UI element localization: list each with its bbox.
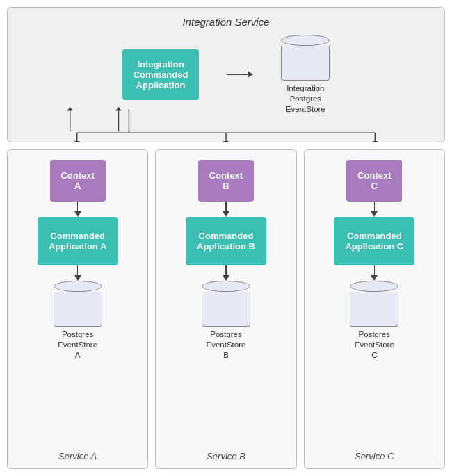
context-c-box: ContextC bbox=[346, 160, 402, 202]
cyl-top-c bbox=[350, 281, 398, 292]
arrow-line-b1 bbox=[225, 202, 227, 211]
svg-marker-3 bbox=[74, 141, 80, 142]
db-a: PostgresEventStoreA bbox=[54, 281, 102, 361]
service-b-box: ContextB CommandedApplication B Postgres… bbox=[155, 149, 296, 469]
arrow-down-c1 bbox=[371, 202, 378, 217]
db-c: PostgresEventStoreC bbox=[350, 281, 398, 361]
service-c-label: Service C bbox=[355, 445, 394, 461]
arrow-down-b1 bbox=[223, 202, 229, 217]
cyl-top-b bbox=[202, 281, 250, 292]
arrow-head-a2 bbox=[74, 275, 81, 281]
commanded-app-c: CommandedApplication C bbox=[334, 217, 414, 265]
service-b-inner: ContextB CommandedApplication B Postgres… bbox=[163, 160, 289, 361]
integration-db: IntegrationPostgresEventStore bbox=[281, 35, 330, 115]
db-b: PostgresEventStoreB bbox=[202, 281, 250, 361]
arrow-down-a1 bbox=[74, 202, 81, 217]
db-c-label: PostgresEventStoreC bbox=[355, 329, 394, 361]
integration-db-label: IntegrationPostgresEventStore bbox=[286, 83, 325, 115]
arrow-head-b1 bbox=[223, 211, 229, 217]
svg-marker-7 bbox=[372, 141, 378, 142]
arrow-head-c1 bbox=[371, 211, 378, 217]
arrow-down-a2 bbox=[74, 265, 81, 281]
arrow-line-a1 bbox=[77, 202, 79, 211]
cylinder-top bbox=[281, 35, 330, 46]
arrow-head bbox=[248, 71, 253, 78]
integration-service-box: Integration Service IntegrationCommanded… bbox=[7, 7, 445, 142]
cyl-body-a bbox=[54, 292, 102, 327]
commanded-app-a: CommandedApplication A bbox=[38, 217, 118, 265]
arrow-line bbox=[227, 74, 248, 76]
arrow-line-b2 bbox=[225, 265, 227, 275]
service-a-inner: ContextA CommandedApplication A Postgres… bbox=[15, 160, 140, 361]
arrow-down-c2 bbox=[371, 265, 378, 281]
arrow-line-c2 bbox=[374, 265, 376, 275]
service-c-box: ContextC CommandedApplication C Postgres… bbox=[304, 149, 445, 469]
context-a-box: ContextA bbox=[50, 160, 106, 202]
top-inner: IntegrationCommandedApplication Integrat… bbox=[19, 35, 433, 115]
cylinder-body bbox=[281, 46, 330, 81]
architecture-diagram: Integration Service IntegrationCommanded… bbox=[7, 7, 445, 469]
cyl-body-b bbox=[202, 292, 250, 327]
commanded-app-b: CommandedApplication B bbox=[186, 217, 266, 265]
arrow-head-c2 bbox=[371, 275, 378, 281]
service-a-label: Service A bbox=[58, 445, 97, 461]
arrow-to-db bbox=[227, 71, 253, 78]
services-row: ContextA CommandedApplication A Postgres… bbox=[7, 149, 445, 469]
arrow-line-c1 bbox=[374, 202, 376, 211]
integration-service-label: Integration Service bbox=[19, 16, 433, 28]
cyl-body-c bbox=[350, 292, 398, 327]
arrow-head-a1 bbox=[74, 211, 81, 217]
service-c-inner: ContextC CommandedApplication C Postgres… bbox=[312, 160, 437, 361]
db-a-label: PostgresEventStoreA bbox=[58, 329, 97, 361]
service-a-box: ContextA CommandedApplication A Postgres… bbox=[7, 149, 148, 469]
arrow-down-b2 bbox=[223, 265, 229, 281]
arrow-line-a2 bbox=[77, 265, 79, 275]
svg-marker-5 bbox=[223, 141, 229, 142]
arrow-head-b2 bbox=[223, 275, 229, 281]
context-b-box: ContextB bbox=[198, 160, 254, 202]
integration-commanded-app: IntegrationCommandedApplication bbox=[122, 49, 200, 100]
db-b-label: PostgresEventStoreB bbox=[207, 329, 246, 361]
cyl-top-a bbox=[54, 281, 102, 292]
service-b-label: Service B bbox=[207, 445, 245, 461]
